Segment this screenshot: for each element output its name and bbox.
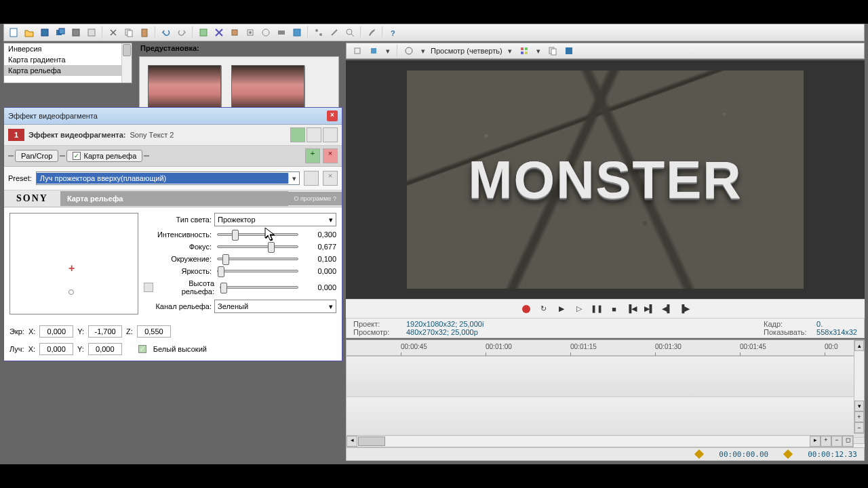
save-as-icon[interactable] xyxy=(54,26,67,39)
redo-icon[interactable] xyxy=(175,26,189,39)
timeline-hscroll[interactable]: ◂ ▸ + − ◻ xyxy=(346,435,854,447)
tool-h-icon[interactable] xyxy=(312,26,326,39)
brightness-slider[interactable] xyxy=(217,270,298,272)
chevron-down-icon[interactable]: ▾ xyxy=(418,47,428,56)
next-frame-button[interactable]: ▐▶ xyxy=(679,304,690,314)
save-preset-button[interactable] xyxy=(304,171,319,186)
chevron-down-icon[interactable]: ▾ xyxy=(288,174,299,183)
xy-pad[interactable]: + xyxy=(9,213,138,314)
tool-b-icon[interactable] xyxy=(212,26,226,39)
tracks[interactable] xyxy=(346,356,865,444)
pause-button[interactable]: ❚❚ xyxy=(591,304,602,314)
height-slider[interactable] xyxy=(220,286,298,289)
remove-fx-button[interactable]: × xyxy=(323,148,338,163)
add-fx-button[interactable]: + xyxy=(305,148,320,163)
screen-z-input[interactable] xyxy=(137,325,171,338)
zoom-in-v-button[interactable]: + xyxy=(854,411,864,422)
fx-item[interactable]: Карта градиента xyxy=(4,54,121,65)
tool-d-icon[interactable] xyxy=(243,26,257,39)
screen-y-input[interactable] xyxy=(88,325,122,338)
intensity-slider[interactable] xyxy=(217,233,298,236)
tool-c-icon[interactable] xyxy=(228,26,241,39)
option-a-button[interactable] xyxy=(307,127,321,142)
brightness-value[interactable]: 0,000 xyxy=(304,267,336,275)
pv-tool-c-icon[interactable] xyxy=(402,44,416,58)
track-row[interactable] xyxy=(347,397,864,438)
chain-pan-crop[interactable]: Pan/Crop xyxy=(15,150,58,162)
tool-a-icon[interactable] xyxy=(197,26,210,39)
channel-select[interactable]: Зеленый ▾ xyxy=(214,300,336,313)
height-anim-button[interactable] xyxy=(144,283,153,292)
height-value[interactable]: 0,000 xyxy=(304,283,336,291)
chevron-down-icon[interactable]: ▾ xyxy=(534,47,543,56)
tool-e-icon[interactable] xyxy=(259,26,273,39)
scroll-down-button[interactable]: ▾ xyxy=(854,401,864,411)
light-source-marker[interactable] xyxy=(68,289,74,295)
chain-bumpmap[interactable]: Карта рельефа xyxy=(66,150,142,162)
preset-combo[interactable]: Луч прожектора вверху(плавающий) ▾ xyxy=(36,171,300,185)
save-icon[interactable] xyxy=(38,26,52,39)
scrollbar[interactable] xyxy=(121,43,132,83)
effects-list[interactable]: Инверсия Карта градиента Карта рельефа xyxy=(3,43,132,83)
pv-tool-a-icon[interactable] xyxy=(351,44,364,58)
option-b-button[interactable] xyxy=(323,127,338,142)
preview-quality-label[interactable]: Просмотр (четверть) xyxy=(431,47,502,55)
record-button[interactable] xyxy=(521,304,532,314)
light-type-select[interactable]: Прожектор ▾ xyxy=(214,213,336,226)
focus-value[interactable]: 0,677 xyxy=(304,243,336,251)
stop-button[interactable]: ■ xyxy=(609,304,620,314)
zoom-icon[interactable] xyxy=(343,26,357,39)
scroll-up-button[interactable]: ▴ xyxy=(854,340,864,351)
light-position-marker[interactable]: + xyxy=(68,262,75,274)
undo-icon[interactable] xyxy=(159,26,173,39)
help-icon[interactable]: ? xyxy=(387,26,400,39)
brush-icon[interactable] xyxy=(365,26,378,39)
chevron-down-icon[interactable]: ▾ xyxy=(505,47,515,56)
checkbox-on-icon[interactable] xyxy=(73,152,81,160)
copy-icon[interactable] xyxy=(122,26,136,39)
properties-icon[interactable] xyxy=(85,26,98,39)
pv-save-icon[interactable] xyxy=(562,44,576,58)
tool-i-icon[interactable] xyxy=(328,26,341,39)
zoom-in-h-button[interactable]: + xyxy=(821,436,831,447)
screen-x-input[interactable] xyxy=(39,325,73,338)
render-icon[interactable] xyxy=(69,26,83,39)
pv-copy-icon[interactable] xyxy=(546,44,559,58)
ambient-value[interactable]: 0,100 xyxy=(304,255,336,263)
go-start-button[interactable]: ▐◀ xyxy=(627,304,637,314)
delete-preset-button[interactable]: × xyxy=(323,171,338,186)
white-high-checkbox[interactable] xyxy=(138,345,146,353)
paste-icon[interactable] xyxy=(138,26,151,39)
ray-x-input[interactable] xyxy=(39,343,73,355)
intensity-value[interactable]: 0,300 xyxy=(304,230,336,239)
scroll-thumb[interactable] xyxy=(358,436,385,446)
track-row[interactable] xyxy=(347,357,864,397)
about-link[interactable]: О программе ? xyxy=(288,192,342,205)
tool-g-icon[interactable] xyxy=(290,26,304,39)
toggle-bypass-button[interactable] xyxy=(290,127,305,142)
tool-f-icon[interactable] xyxy=(275,26,288,39)
close-icon[interactable]: × xyxy=(327,110,338,121)
pv-tool-b-icon[interactable] xyxy=(367,44,380,58)
go-end-button[interactable]: ▶▌ xyxy=(644,304,655,314)
scroll-left-button[interactable]: ◂ xyxy=(347,436,357,447)
open-folder-icon[interactable] xyxy=(22,26,36,39)
ray-y-input[interactable] xyxy=(88,343,122,355)
time-ruler[interactable]: 00:00:45 00:01:00 00:01:15 00:01:30 00:0… xyxy=(346,340,865,356)
zoom-fit-button[interactable]: ◻ xyxy=(842,436,853,447)
scroll-right-button[interactable]: ▸ xyxy=(810,436,821,447)
ambient-slider[interactable] xyxy=(217,258,298,260)
cut-icon[interactable] xyxy=(106,26,120,39)
zoom-out-v-button[interactable]: − xyxy=(854,422,864,433)
prev-frame-button[interactable]: ◀▌ xyxy=(662,304,673,314)
play-start-button[interactable]: ▶ xyxy=(556,304,567,314)
play-button[interactable]: ▷ xyxy=(574,304,585,314)
new-file-icon[interactable] xyxy=(7,26,20,39)
zoom-out-h-button[interactable]: − xyxy=(831,436,842,447)
focus-slider[interactable] xyxy=(217,245,298,248)
fx-item[interactable]: Инверсия xyxy=(4,43,121,54)
timeline-vscroll[interactable]: ▴ ▾ + − xyxy=(854,340,865,434)
loop-button[interactable]: ↻ xyxy=(538,304,549,314)
chevron-down-icon[interactable]: ▾ xyxy=(383,47,393,56)
timeline[interactable]: 00:00:45 00:01:00 00:01:15 00:01:30 00:0… xyxy=(346,340,865,447)
